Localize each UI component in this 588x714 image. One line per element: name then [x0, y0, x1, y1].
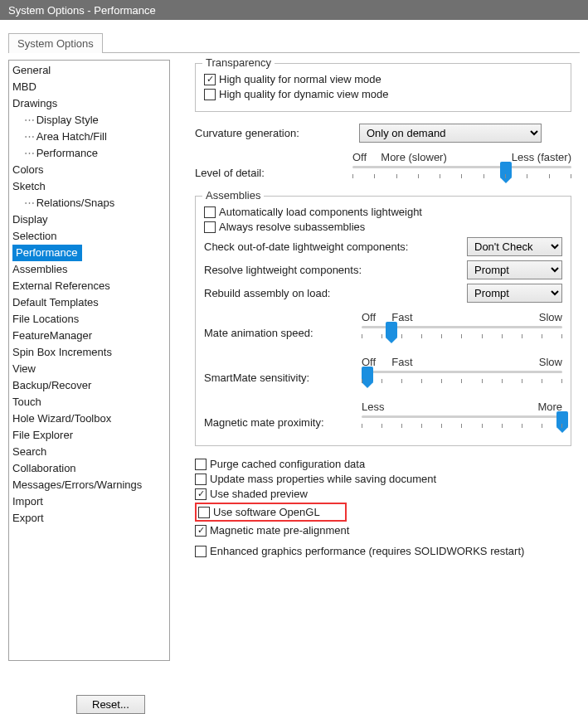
mate-anim-slider[interactable]: Off Fast Slow: [362, 311, 562, 344]
tab-system-options[interactable]: System Options: [8, 33, 103, 53]
chk-resolve-subassemblies[interactable]: Always resolve subassemblies: [204, 221, 562, 233]
checkbox-icon: [195, 525, 207, 537]
chk-enhanced-graphics[interactable]: Enhanced graphics performance (requires …: [195, 545, 571, 557]
nav-item-file-explorer[interactable]: File Explorer: [9, 427, 169, 444]
nav-item-backup-recover[interactable]: Backup/Recover: [9, 377, 169, 394]
nav-item-file-locations[interactable]: File Locations: [9, 311, 169, 328]
curvature-select[interactable]: Only on demand: [359, 124, 542, 143]
checkbox-icon: [195, 488, 207, 500]
row-check-ood: Check out-of-date lightweight components…: [204, 237, 562, 256]
rebuild-select[interactable]: Prompt: [467, 284, 562, 303]
chk-purge-cache[interactable]: Purge cached configuration data: [195, 458, 571, 470]
nav-item-mbd[interactable]: MBD: [9, 79, 169, 95]
nav-item-area-hatch-fill[interactable]: Area Hatch/Fill: [9, 129, 169, 145]
lod-slider[interactable]: Off More (slower) Less (faster): [352, 151, 571, 184]
window-title: System Options - Performance: [8, 4, 156, 17]
nav-item-default-templates[interactable]: Default Templates: [9, 294, 169, 311]
nav-item-view[interactable]: View: [9, 361, 169, 377]
row-rebuild: Rebuild assembly on load: Prompt: [204, 284, 562, 303]
reset-button[interactable]: Reset...: [76, 695, 145, 714]
lod-label: Level of detail:: [195, 167, 352, 184]
chk-magnetic-prealign[interactable]: Magnetic mate pre-alignment: [195, 524, 571, 537]
dialog-body: System Options GeneralMBDDrawingsDisplay…: [0, 20, 588, 714]
nav-item-search[interactable]: Search: [9, 444, 169, 460]
group-assemblies: Assemblies Automatically load components…: [195, 196, 571, 446]
magmate-slider[interactable]: Less More: [362, 401, 562, 434]
nav-item-import[interactable]: Import: [9, 493, 169, 510]
highlight-software-opengl: Use software OpenGL: [195, 503, 347, 522]
checkbox-icon: [204, 89, 216, 100]
window-titlebar: System Options - Performance: [0, 0, 588, 20]
checkbox-icon: [198, 507, 210, 518]
nav-item-touch[interactable]: Touch: [9, 394, 169, 410]
nav-item-assemblies[interactable]: Assemblies: [9, 261, 169, 278]
chk-hq-dynamic[interactable]: High quality for dynamic view mode: [204, 88, 562, 100]
group-transparency: Transparency High quality for normal vie…: [195, 63, 571, 112]
row-level-of-detail: Level of detail: Off More (slower) Less …: [195, 151, 571, 184]
nav-item-hole-wizard-toolbox[interactable]: Hole Wizard/Toolbox: [9, 410, 169, 427]
nav-item-general[interactable]: General: [9, 62, 169, 79]
curvature-label: Curvature generation:: [195, 127, 352, 139]
nav-item-messages-errors-warnings[interactable]: Messages/Errors/Warnings: [9, 477, 169, 493]
checkbox-icon: [195, 546, 207, 557]
group-assemblies-title: Assemblies: [202, 189, 264, 202]
category-tree[interactable]: GeneralMBDDrawingsDisplay StyleArea Hatc…: [8, 60, 170, 661]
nav-item-export[interactable]: Export: [9, 510, 169, 527]
nav-item-spin-box-increments[interactable]: Spin Box Increments: [9, 344, 169, 361]
checkbox-icon: [195, 459, 207, 470]
nav-item-selection[interactable]: Selection: [9, 228, 169, 245]
checkbox-icon: [195, 474, 207, 485]
resolve-lw-select[interactable]: Prompt: [467, 260, 562, 279]
check-ood-select[interactable]: Don't Check: [467, 237, 562, 256]
chk-hq-normal[interactable]: High quality for normal view mode: [204, 73, 562, 85]
reset-row: Reset...: [8, 695, 580, 714]
checkbox-icon: [204, 221, 216, 233]
smartmate-slider[interactable]: Off Fast Slow: [362, 356, 562, 389]
row-smartmate: SmartMate sensitivity: Off Fast Slow: [204, 356, 562, 389]
checkbox-icon: [204, 206, 216, 218]
row-magmate: Magnetic mate proximity: Less More: [204, 401, 562, 434]
nav-item-display[interactable]: Display: [9, 211, 169, 228]
nav-item-external-references[interactable]: External References: [9, 278, 169, 294]
settings-panel: Transparency High quality for normal vie…: [195, 60, 580, 690]
chk-auto-lightweight[interactable]: Automatically load components lightweigh…: [204, 206, 562, 218]
nav-item-drawings[interactable]: Drawings: [9, 95, 169, 112]
nav-item-performance[interactable]: Performance: [12, 245, 82, 261]
row-resolve-lw: Resolve lightweight components: Prompt: [204, 260, 562, 279]
chk-update-mass[interactable]: Update mass properties while saving docu…: [195, 473, 571, 485]
chk-software-opengl[interactable]: Use software OpenGL: [198, 506, 320, 518]
nav-item-collaboration[interactable]: Collaboration: [9, 460, 169, 477]
tab-strip: System Options: [8, 30, 580, 53]
nav-item-relations-snaps[interactable]: Relations/Snaps: [9, 195, 169, 211]
group-transparency-title: Transparency: [202, 56, 275, 69]
row-mate-anim: Mate animation speed: Off Fast Slow: [204, 311, 562, 344]
nav-item-performance[interactable]: Performance: [9, 145, 169, 162]
nav-item-featuremanager[interactable]: FeatureManager: [9, 328, 169, 344]
nav-item-colors[interactable]: Colors: [9, 162, 169, 178]
checkbox-icon: [204, 74, 216, 85]
nav-item-display-style[interactable]: Display Style: [9, 112, 169, 129]
nav-item-sketch[interactable]: Sketch: [9, 178, 169, 195]
row-curvature: Curvature generation: Only on demand: [195, 124, 571, 143]
chk-shaded-preview[interactable]: Use shaded preview: [195, 488, 571, 500]
